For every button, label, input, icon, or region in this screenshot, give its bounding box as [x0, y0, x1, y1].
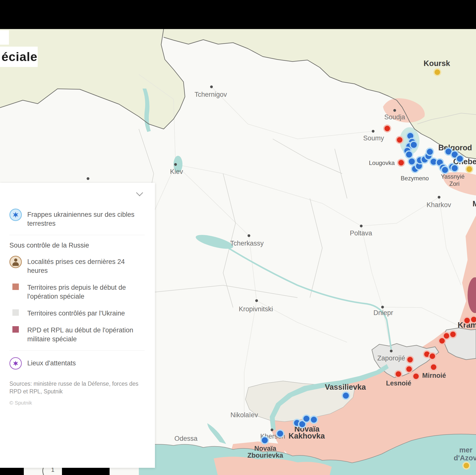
taken-locality-marker[interactable]	[396, 136, 404, 144]
city-dot	[255, 299, 258, 302]
map-title-chip: éciale	[0, 47, 38, 67]
city-dot	[372, 130, 375, 133]
legend-panel: Frappes ukrainiennes sur des cibles terr…	[0, 183, 155, 468]
city-dot	[438, 196, 441, 199]
map-title-fragment: éciale	[0, 50, 37, 64]
taken-territory-swatch	[12, 284, 19, 290]
city-dot	[393, 109, 396, 112]
chevron-down-icon[interactable]	[136, 189, 143, 196]
legend-label: Localités prises ces dernières 24 heures	[27, 256, 145, 275]
attack-site-icon	[9, 357, 22, 370]
taken-locality-marker[interactable]	[470, 316, 476, 323]
strike-marker[interactable]	[310, 415, 318, 424]
city-dot	[174, 163, 177, 166]
strike-marker[interactable]	[456, 155, 464, 163]
event-marker[interactable]	[462, 462, 470, 470]
rpd-rpl-swatch	[12, 326, 19, 333]
taken-locality-marker[interactable]	[428, 352, 436, 360]
city-dot	[390, 350, 393, 352]
copyright-note: © Sputnik	[9, 400, 145, 406]
strike-marker[interactable]	[450, 164, 459, 172]
legend-item-territoires-pris: Territoires pris depuis le début de l'op…	[9, 282, 145, 301]
taken-locality-marker[interactable]	[405, 365, 413, 373]
event-marker[interactable]	[465, 165, 473, 173]
legend-item-rpd-rpl: RPD et RPL au début de l'opération milit…	[9, 324, 145, 344]
taken-locality-marker[interactable]	[394, 370, 402, 378]
event-marker[interactable]	[433, 68, 441, 76]
strike-marker[interactable]	[302, 414, 311, 423]
legend-section-header: Sous contrôle de la Russie	[9, 242, 145, 249]
legend-item-localites: Localités prises ces dernières 24 heures	[9, 256, 145, 275]
legend-label: Lieux d'attentats	[27, 357, 76, 368]
strike-marker[interactable]	[261, 436, 269, 444]
legend-label: Territoires contrôlés par l'Ukraine	[27, 307, 125, 318]
legend-label: RPD et RPL au début de l'opération milit…	[27, 324, 145, 344]
legend-label: Frappes ukrainiennes sur des cibles terr…	[27, 209, 145, 228]
ukraine-territory-swatch	[12, 309, 19, 316]
legend-item-strikes: Frappes ukrainiennes sur des cibles terr…	[9, 209, 145, 228]
city-dot	[87, 177, 89, 180]
screenshot-frame: TchernigovKievSoumySoudjaLougovkaBelgoro…	[0, 0, 476, 475]
taken-locality-marker[interactable]	[430, 363, 438, 371]
strike-marker[interactable]	[276, 429, 284, 438]
strike-marker[interactable]	[426, 148, 434, 156]
taken-locality-marker[interactable]	[406, 356, 414, 364]
person-marker-icon	[9, 256, 22, 268]
title-chip-fragment	[0, 30, 9, 45]
legend-item-territoires-ukraine: Territoires contrôlés par l'Ukraine	[9, 307, 145, 318]
strike-marker[interactable]	[342, 391, 350, 400]
taken-locality-marker[interactable]	[449, 330, 457, 338]
taken-locality-marker[interactable]	[397, 159, 405, 167]
legend-item-attentats: Lieux d'attentats	[9, 357, 145, 370]
legend-label: Territoires pris depuis le début de l'op…	[27, 282, 145, 301]
divider	[9, 350, 145, 351]
city-dot	[360, 225, 363, 227]
city-dot	[210, 86, 213, 88]
legend-sources: Sources: ministère russe de la Défense, …	[9, 380, 145, 395]
strike-marker-icon	[9, 209, 22, 221]
letterbox-top	[0, 0, 476, 29]
city-dot	[271, 429, 273, 431]
strike-marker[interactable]	[410, 141, 418, 149]
divider	[9, 235, 145, 235]
taken-locality-marker[interactable]	[412, 372, 420, 380]
city-dot	[248, 234, 250, 237]
city-dot	[381, 306, 384, 309]
taken-locality-marker[interactable]	[383, 125, 391, 132]
